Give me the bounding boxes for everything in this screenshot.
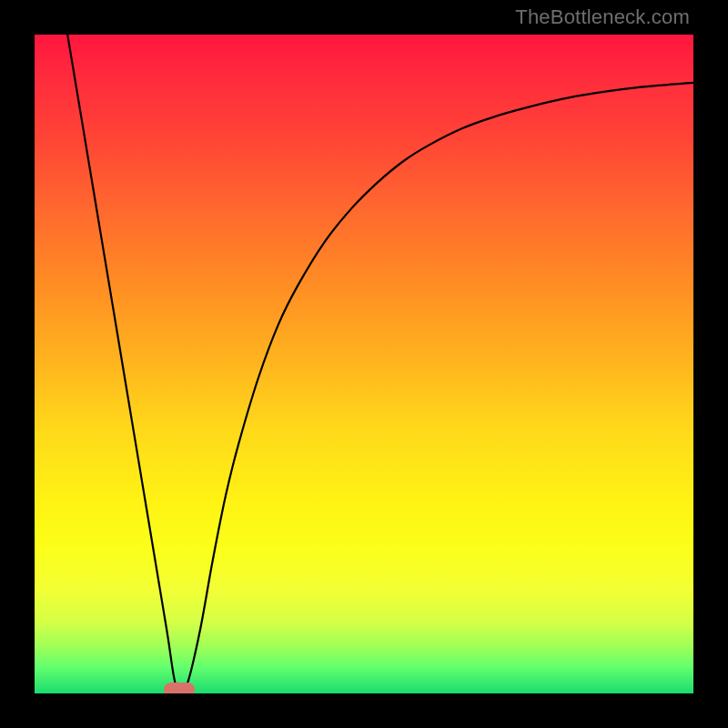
bottleneck-curve [35, 35, 693, 693]
minimum-marker [164, 682, 195, 693]
plot-area [35, 35, 693, 693]
chart-frame: TheBottleneck.com [0, 0, 728, 728]
watermark-text: TheBottleneck.com [515, 5, 690, 29]
